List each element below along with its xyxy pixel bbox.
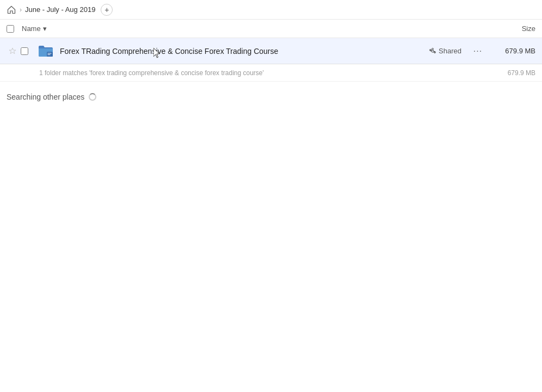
searching-section: Searching other places [0, 82, 542, 106]
breadcrumb-bar: › June - July - Aug 2019 + [0, 0, 542, 20]
match-size: 679.9 MB [492, 69, 535, 77]
header-checkbox-col [7, 25, 22, 33]
svg-rect-0 [47, 52, 53, 57]
more-options-button[interactable]: ··· [470, 44, 485, 59]
folder-icon [37, 42, 54, 60]
size-column-header: Size [481, 24, 535, 33]
loading-spinner [89, 93, 96, 101]
item-checkbox[interactable] [21, 47, 28, 55]
star-icon[interactable] [7, 47, 19, 55]
file-row[interactable]: Forex TRading Comprehensive & Concise Fo… [0, 38, 542, 64]
sort-icon: ▾ [43, 24, 47, 33]
shared-label: Shared [439, 47, 461, 55]
row-checkbox[interactable] [21, 47, 33, 55]
searching-title: Searching other places [7, 93, 84, 101]
file-size: 679.9 MB [492, 47, 535, 55]
match-info-row: 1 folder matches 'forex trading comprehe… [0, 64, 542, 82]
column-header-row: Name ▾ Size [0, 20, 542, 38]
file-name: Forex TRading Comprehensive & Concise Fo… [60, 47, 429, 56]
shared-badge: Shared [429, 47, 461, 55]
link-icon [429, 47, 436, 55]
name-column-header[interactable]: Name ▾ [22, 24, 481, 33]
svg-point-3 [432, 48, 434, 50]
breadcrumb-path[interactable]: June - July - Aug 2019 [25, 5, 95, 14]
select-all-checkbox[interactable] [7, 25, 14, 33]
home-icon[interactable] [7, 5, 16, 15]
add-button[interactable]: + [101, 4, 113, 16]
match-text: 1 folder matches 'forex trading comprehe… [39, 69, 492, 77]
breadcrumb-separator: › [20, 6, 22, 14]
name-label: Name [22, 24, 41, 33]
